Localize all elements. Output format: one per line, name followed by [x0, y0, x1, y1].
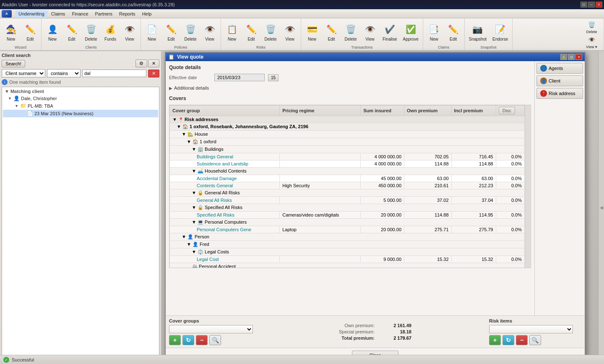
endorse-btn[interactable]: 📝 Endorse [490, 21, 510, 43]
tree-node-client[interactable]: ▼ 👤 Dale, Christopher [3, 95, 158, 102]
table-row[interactable]: ▼ 🏢 Buildings [170, 146, 525, 153]
table-row[interactable]: Specified All Risks Cameras/video cam/di… [170, 212, 525, 219]
clients-edit-btn[interactable]: ✏️ Edit [62, 21, 81, 43]
risks-delete-btn[interactable]: 🗑️ Delete [261, 21, 280, 43]
house-label: House [195, 132, 208, 137]
legal-cost-sum: 9 000.00 [361, 256, 404, 263]
disc-button[interactable]: Disc [499, 107, 515, 114]
endorse-label: Endorse [492, 37, 508, 41]
risk-refresh-btn[interactable]: ↻ [502, 335, 514, 345]
search-value-input[interactable] [82, 70, 146, 77]
table-row[interactable]: ▼ 👤 Person [170, 233, 525, 241]
own-premium-label: Own premium: [344, 323, 375, 328]
search-clear-btn[interactable]: ✕ [148, 59, 159, 67]
dialog-lock-btn[interactable]: 🔒 [560, 54, 567, 60]
right-view-btn[interactable]: 👁️ View ▾ [581, 34, 602, 49]
risk-items-dropdown[interactable] [489, 325, 573, 333]
table-row[interactable]: Buildings General 4 000 000.00 702.05 71… [170, 153, 525, 160]
gar-sum: 5 000.00 [361, 197, 404, 204]
policies-edit-btn[interactable]: ✏️ Edit [162, 21, 180, 43]
table-row[interactable]: ▼ 🔒 Specified All Risks [170, 204, 525, 212]
table-row[interactable]: Subsidence and Landslip 4 000 000.00 114… [170, 160, 525, 168]
table-row[interactable]: ▼ 🏠 1 oxford [170, 138, 525, 146]
cover-refresh-btn[interactable]: ↻ [182, 335, 194, 345]
policies-view-btn[interactable]: 👁️ View [200, 21, 219, 43]
clients-new-label: New [48, 37, 57, 41]
clients-view-btn[interactable]: 👁️ View [120, 21, 139, 43]
menu-underwriting[interactable]: Underwriting [15, 10, 48, 17]
clients-funds-btn[interactable]: 💰 Funds [101, 21, 120, 43]
table-row[interactable]: Accidental Damage 45 000.00 63.00 63.00 … [170, 175, 525, 182]
policies-new-btn[interactable]: 📄 New [143, 21, 161, 43]
menu-partners[interactable]: Partners [92, 10, 116, 17]
table-row[interactable]: General All Risks 5 000.00 37.02 37.04 0… [170, 197, 525, 204]
tree-node-transaction[interactable]: 📄 23 Mar 2015 (New business) [3, 110, 158, 117]
transactions-finalise-btn[interactable]: ✔️ Finalise [380, 21, 399, 43]
legal-label: Legal Costs [205, 249, 229, 254]
transactions-new-btn[interactable]: 💳 New [303, 21, 321, 43]
table-row[interactable]: ▼ ⚖️ Legal Costs [170, 248, 525, 256]
table-row[interactable]: Contents General High Security 450 000.0… [170, 182, 525, 189]
menu-reports[interactable]: Reports [116, 10, 139, 17]
cover-add-btn[interactable]: + [169, 335, 181, 345]
table-row[interactable]: ▼ 📍 Risk addresses [170, 116, 525, 123]
menu-claims[interactable]: Claims [48, 10, 69, 17]
risk-items-btns: + ↻ − 🔍 [489, 335, 581, 345]
table-row[interactable]: ▼ 💻 Personal Computers [170, 219, 525, 226]
snapshot-btn[interactable]: 📷 Snapshot [466, 21, 489, 43]
policies-delete-btn[interactable]: 🗑️ Delete [181, 21, 200, 43]
close-btn[interactable]: ✕ [596, 2, 602, 8]
search-options-btn[interactable]: ⚙ [135, 59, 147, 67]
col-disc: Disc [496, 106, 524, 116]
risks-edit-btn[interactable]: ✏️ Edit [242, 21, 260, 43]
client-nav-btn[interactable]: 👤 Client [536, 75, 583, 86]
effective-date-input[interactable] [214, 74, 265, 81]
clients-delete-label: Delete [85, 37, 97, 41]
table-row[interactable]: ▼ 🔒 General All Risks [170, 189, 525, 197]
menu-help[interactable]: Help [139, 10, 155, 17]
additional-details-toggle[interactable]: ▶ Additional details [169, 84, 531, 92]
menu-finance[interactable]: Finance [68, 10, 91, 17]
table-row[interactable]: ▼ 🏠 1 oxford, Rosebank, Johannesburg, Ga… [170, 123, 525, 131]
risks-view-btn[interactable]: 👁️ View [281, 21, 299, 43]
restore-btn[interactable]: ⊟ [581, 2, 587, 8]
transactions-view-btn[interactable]: 👁️ View [361, 21, 379, 43]
table-row[interactable]: ▼ 🛋️ Household Contents [170, 168, 525, 175]
transactions-delete-btn[interactable]: 🗑️ Delete [341, 21, 360, 43]
clients-new-btn[interactable]: 👤 New [43, 21, 62, 43]
cover-remove-btn[interactable]: − [196, 335, 208, 345]
tree-node-policy[interactable]: ▼ 📁 PL-MB: TBA [3, 102, 158, 110]
search-condition-select[interactable]: contains starts with equals [47, 69, 81, 77]
covers-scrollbar[interactable] [525, 105, 531, 268]
minimize-btn[interactable]: ─ [588, 2, 595, 8]
main-area: Client search Search! ⚙ ✕ Client surname… [0, 51, 604, 364]
search-button[interactable]: Search! [2, 60, 25, 67]
table-row[interactable]: 🚑 Personal Accident [170, 263, 525, 268]
table-row[interactable]: Personal Computers Gene Laptop 20 000.00… [170, 226, 525, 233]
wizard-new-btn[interactable]: 🧙 New [2, 21, 20, 43]
risk-address-nav-btn[interactable]: 📍 Risk address [536, 88, 583, 99]
risk-remove-btn[interactable]: − [516, 335, 528, 345]
claims-new-btn[interactable]: 📑 New [425, 21, 443, 43]
table-row[interactable]: ▼ 👤 Fred [170, 241, 525, 248]
date-picker-btn[interactable]: 15 [268, 74, 279, 81]
clients-delete-btn[interactable]: 🗑️ Delete [82, 21, 100, 43]
cover-groups-dropdown[interactable] [169, 325, 253, 333]
transactions-edit-btn[interactable]: ✏️ Edit [322, 21, 341, 43]
search-clear-value-btn[interactable]: ✕ [148, 70, 159, 77]
search-field-select[interactable]: Client surname Client name Client ID [2, 69, 45, 77]
dialog-restore-btn[interactable]: ⊡ [568, 54, 575, 60]
dialog-close-btn[interactable]: ✕ [575, 54, 582, 60]
risk-add-btn[interactable]: + [489, 335, 501, 345]
risk-search-btn[interactable]: 🔍 [529, 335, 541, 345]
risks-new-btn[interactable]: 📋 New [223, 21, 241, 43]
right-delete-btn[interactable]: 🗑️ Delete [581, 19, 602, 34]
cover-search-btn[interactable]: 🔍 [209, 335, 221, 345]
agents-nav-btn[interactable]: 👤 Agents [536, 63, 583, 74]
wizard-edit-btn[interactable]: ✏️ Edit [21, 21, 39, 43]
claims-edit-btn[interactable]: ✏️ Edit [444, 21, 463, 43]
table-row[interactable]: ▼ 🏡 House [170, 131, 525, 138]
table-row[interactable]: Legal Cost 9 000.00 15.32 15.32 0.0% [170, 256, 525, 263]
covers-scroll-area[interactable]: Cover group Pricing regime Sum insured O… [169, 105, 525, 268]
transactions-approve-btn[interactable]: ✅ Approve [400, 21, 421, 43]
